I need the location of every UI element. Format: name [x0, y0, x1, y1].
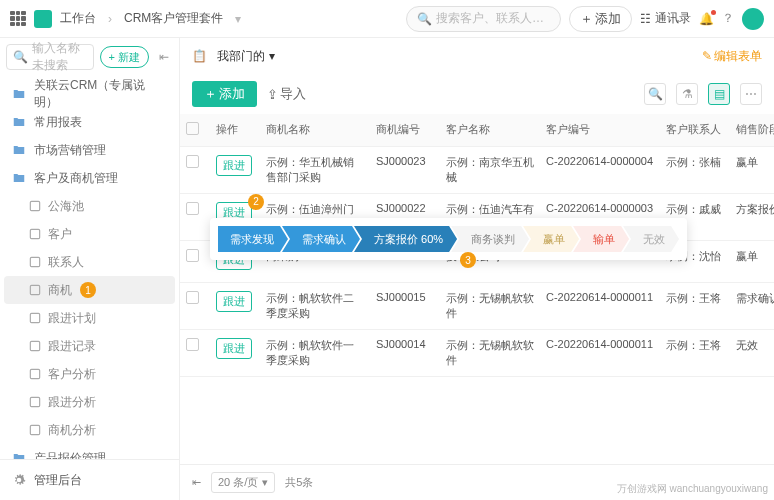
- column-header[interactable]: 商机名称: [260, 114, 370, 146]
- column-header[interactable]: 客户名称: [440, 114, 540, 146]
- sidebar-item[interactable]: 商机分析: [0, 416, 179, 444]
- sidebar-group[interactable]: 常用报表: [0, 108, 179, 136]
- chevron-down-icon: ▾: [262, 476, 268, 489]
- edit-form-button[interactable]: ✎ 编辑表单: [702, 48, 762, 65]
- breadcrumb-suite[interactable]: CRM客户管理套件: [124, 10, 223, 27]
- stage-chip[interactable]: 方案报价 60%: [354, 226, 457, 252]
- svg-rect-8: [30, 425, 39, 434]
- sidebar-item[interactable]: 跟进计划: [0, 304, 179, 332]
- cell-cust: 示例：南京华五机械: [440, 146, 540, 193]
- svg-rect-4: [30, 313, 39, 322]
- table-row[interactable]: 跟进示例：华五机械销售部门采购SJ000023示例：南京华五机械C-202206…: [180, 146, 774, 193]
- cell-cust: 示例：无锡帆软软件: [440, 282, 540, 329]
- sidebar-group[interactable]: 客户及商机管理: [0, 164, 179, 192]
- notifications-icon[interactable]: 🔔: [699, 12, 714, 26]
- cell-name: 示例：帆软软件二季度采购: [260, 282, 370, 329]
- svg-rect-0: [30, 201, 39, 210]
- cell-code: SJ000015: [370, 282, 440, 329]
- svg-rect-1: [30, 229, 39, 238]
- sidebar-group[interactable]: 产品报价管理: [0, 444, 179, 459]
- follow-up-button[interactable]: 跟进: [216, 338, 252, 359]
- follow-up-button[interactable]: 跟进: [216, 291, 252, 312]
- row-checkbox[interactable]: [186, 155, 199, 168]
- stage-chip[interactable]: 商务谈判: [451, 226, 529, 252]
- search-icon: 🔍: [13, 50, 28, 64]
- stage-chip[interactable]: 无效: [623, 226, 679, 252]
- contacts-button[interactable]: ☷通讯录: [640, 10, 691, 27]
- follow-up-button[interactable]: 跟进: [216, 155, 252, 176]
- sidebar-group[interactable]: 关联云CRM（专属说明）: [0, 80, 179, 108]
- stage-chip[interactable]: 输单: [573, 226, 629, 252]
- search-tool-icon[interactable]: 🔍: [644, 83, 666, 105]
- cell-contact: 示例：王将: [660, 329, 730, 376]
- cell-name: 示例：帆软软件一季度采购: [260, 329, 370, 376]
- help-icon[interactable]: ？: [722, 10, 734, 27]
- pager-total: 共5条: [285, 475, 313, 490]
- column-header[interactable]: [180, 114, 210, 146]
- dept-selector[interactable]: 我部门的 ▾: [217, 48, 275, 65]
- global-search-input[interactable]: 🔍 搜索客户、联系人…: [406, 6, 561, 32]
- cell-stage: 需求确认: [730, 282, 774, 329]
- cell-custcode: C-20220614-0000004: [540, 146, 660, 193]
- sidebar-new-button[interactable]: + 新建: [100, 46, 149, 68]
- cell-stage: 方案报价: [730, 193, 774, 240]
- chevron-down-icon: ▾: [269, 49, 275, 63]
- sidebar-item[interactable]: 跟进分析: [0, 388, 179, 416]
- sidebar-search-input[interactable]: 🔍 输入名称未搜索: [6, 44, 94, 70]
- row-checkbox[interactable]: [186, 249, 199, 262]
- table-row[interactable]: 跟进示例：帆软软件一季度采购SJ000014示例：无锡帆软软件C-2022061…: [180, 329, 774, 376]
- contacts-icon: ☷: [640, 12, 651, 26]
- sidebar-item[interactable]: 客户分析: [0, 360, 179, 388]
- row-checkbox[interactable]: [186, 202, 199, 215]
- column-header[interactable]: 商机编号: [370, 114, 440, 146]
- cell-stage: 无效: [730, 329, 774, 376]
- callout-badge-2: 2: [248, 194, 264, 210]
- import-button[interactable]: ⇪导入: [267, 85, 306, 103]
- svg-rect-6: [30, 369, 39, 378]
- settings-tool-icon[interactable]: ⋯: [740, 83, 762, 105]
- search-icon: 🔍: [417, 12, 432, 26]
- sidebar-item[interactable]: 跟进记录: [0, 332, 179, 360]
- sidebar-item[interactable]: 联系人: [0, 248, 179, 276]
- collapse-sidebar-icon[interactable]: ⇤: [155, 50, 173, 64]
- sidebar-item[interactable]: 客户: [0, 220, 179, 248]
- checkbox-all[interactable]: [186, 122, 199, 135]
- column-header[interactable]: 客户编号: [540, 114, 660, 146]
- svg-rect-5: [30, 341, 39, 350]
- filter-tool-icon[interactable]: ⚗: [676, 83, 698, 105]
- page-size-selector[interactable]: 20 条/页▾: [211, 472, 275, 493]
- chevron-right-icon: ›: [108, 12, 112, 26]
- sidebar-item[interactable]: 商机1: [4, 276, 175, 304]
- cell-code: SJ000014: [370, 329, 440, 376]
- stage-chip[interactable]: 赢单: [523, 226, 579, 252]
- column-header[interactable]: 销售阶段: [730, 114, 774, 146]
- stage-chip[interactable]: 需求发现: [218, 226, 288, 252]
- row-checkbox[interactable]: [186, 338, 199, 351]
- sidebar-item[interactable]: 公海池: [0, 192, 179, 220]
- top-add-button[interactable]: ＋添加: [569, 6, 632, 32]
- sidebar-group[interactable]: 市场营销管理: [0, 136, 179, 164]
- apps-grid-icon[interactable]: [10, 11, 26, 27]
- stage-progress-popover: 需求发现需求确认方案报价 60%商务谈判赢单输单无效: [210, 218, 687, 260]
- cell-custcode: C-20220614-0000011: [540, 329, 660, 376]
- add-record-button[interactable]: ＋添加: [192, 81, 257, 107]
- stage-chip[interactable]: 需求确认: [282, 226, 360, 252]
- sidebar-search-placeholder: 输入名称未搜索: [32, 40, 87, 74]
- cell-cust: 示例：无锡帆软软件: [440, 329, 540, 376]
- breadcrumb-workspace[interactable]: 工作台: [60, 10, 96, 27]
- pager-prev-icon[interactable]: ⇤: [192, 476, 201, 489]
- cell-name: 示例：华五机械销售部门采购: [260, 146, 370, 193]
- global-search-placeholder: 搜索客户、联系人…: [436, 10, 544, 27]
- pencil-icon: ✎: [702, 49, 712, 63]
- column-header[interactable]: 客户联系人: [660, 114, 730, 146]
- watermark: 万创游戏网 wanchuangyouxiwang: [617, 482, 768, 496]
- sidebar-admin[interactable]: 管理后台: [0, 466, 179, 494]
- dropdown-icon[interactable]: ▾: [235, 12, 241, 26]
- row-checkbox[interactable]: [186, 291, 199, 304]
- table-row[interactable]: 跟进示例：帆软软件二季度采购SJ000015示例：无锡帆软软件C-2022061…: [180, 282, 774, 329]
- cell-custcode: C-20220614-0000011: [540, 282, 660, 329]
- column-header[interactable]: 操作: [210, 114, 260, 146]
- svg-rect-2: [30, 257, 39, 266]
- view-table-icon[interactable]: ▤: [708, 83, 730, 105]
- user-avatar[interactable]: [742, 8, 764, 30]
